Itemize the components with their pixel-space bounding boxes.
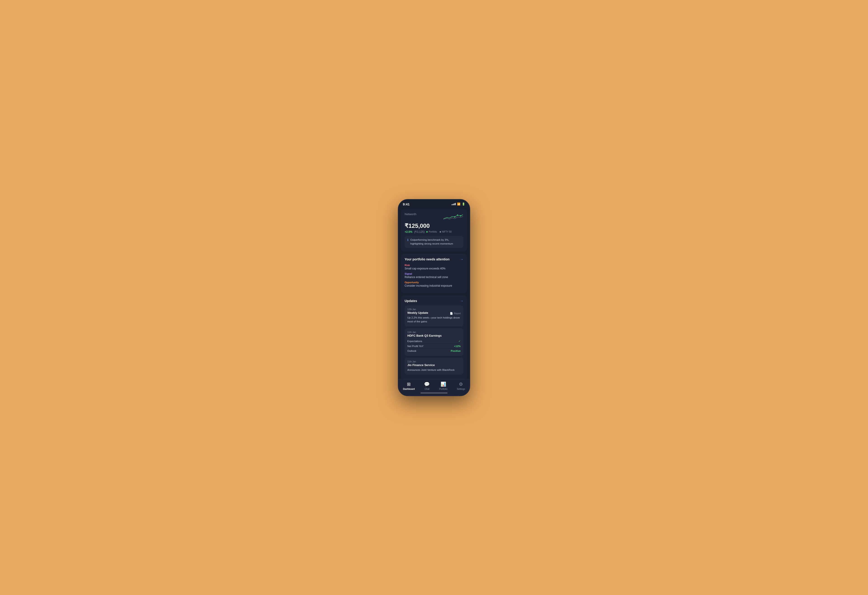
report-label: Report — [454, 312, 461, 315]
networth-card: Networth ₹125,000 +2.5% (₹3,125) Portfol… — [401, 209, 467, 252]
benchmark-text: Outperforming benchmark by 3%, highlight… — [410, 238, 461, 246]
settings-icon: ⚙ — [459, 382, 463, 387]
outlook-row: Outlook Positive — [407, 349, 461, 353]
portfolio-dot — [426, 231, 428, 232]
dashboard-icon: ⊞ — [407, 382, 411, 387]
report-button[interactable]: 📄 Report — [450, 312, 461, 315]
updates-arrow-icon[interactable]: → — [460, 299, 464, 303]
home-indicator — [398, 391, 470, 396]
signal-label: Signal — [404, 272, 464, 275]
status-bar: 9:41 📶 🔋 — [398, 200, 470, 207]
expectations-label: Expectations — [407, 340, 422, 342]
jio-title: Jio Finance Service — [407, 363, 461, 367]
signal-section: Signal Reliance entered technical sell z… — [404, 272, 464, 279]
legend-nifty: NIFTY 50 — [440, 231, 452, 233]
nav-dashboard[interactable]: ⊞ Dashboard — [403, 382, 415, 390]
net-profit-label: Net Profit YoY — [407, 345, 424, 348]
jio-description: Announces Joint Venture with BlackRock — [407, 368, 461, 372]
outlook-value: Positive — [451, 349, 461, 352]
hdfc-date: 11th Jan — [407, 331, 461, 333]
battery-icon: 🔋 — [462, 203, 465, 206]
nav-chat[interactable]: 💬 Chat — [424, 382, 430, 390]
updates-header: Updates → — [404, 299, 464, 303]
updates-card: Updates → 12th Jan Weekly Update 📄 Repor… — [401, 296, 467, 379]
benchmark-info: ℹ Outperforming benchmark by 3%, highlig… — [404, 236, 464, 248]
opportunity-label: Opportunity — [404, 281, 464, 284]
weekly-title: Weekly Update — [407, 311, 428, 314]
status-icons: 📶 🔋 — [452, 203, 465, 206]
settings-label: Settings — [457, 388, 465, 390]
info-icon: ℹ — [407, 238, 409, 241]
weekly-update-item: 12th Jan Weekly Update 📄 Report Up 2.2% … — [404, 305, 464, 326]
risk-label: Risk — [404, 264, 464, 266]
hdfc-title: HDFC Bank Q3 Earnings — [407, 334, 461, 337]
risk-section: Risk Small cap exposure exceeds 40% — [404, 264, 464, 270]
dashboard-label: Dashboard — [403, 388, 415, 390]
wifi-icon: 📶 — [457, 203, 461, 206]
signal-text: Reliance entered technical sell zone — [404, 275, 464, 279]
mini-chart — [443, 212, 464, 222]
networth-title: Networth — [404, 212, 416, 216]
bottom-nav: ⊞ Dashboard 💬 Chat 📊 Portfolio ⚙ Setting… — [398, 379, 470, 391]
weekly-description: Up 2.2% this week—your tech holdings dro… — [407, 316, 461, 324]
opportunity-text: Consider increasing industrial exposure — [404, 284, 464, 287]
document-icon: 📄 — [450, 312, 453, 315]
jio-finance-item: 11th Jan Jio Finance Service Announces J… — [404, 358, 464, 374]
attention-card: Your portfolio needs attention → Risk Sm… — [401, 254, 467, 293]
svg-point-0 — [454, 216, 455, 218]
risk-text: Small cap exposure exceeds 40% — [404, 267, 464, 270]
net-profit-value: +12% — [454, 345, 461, 348]
outlook-label: Outlook — [407, 349, 416, 352]
networth-value: ₹125,000 — [404, 222, 464, 229]
expectations-row: Expectations ✓ — [407, 339, 461, 344]
status-time: 9:41 — [403, 202, 410, 206]
attention-header: Your portfolio needs attention → — [404, 258, 464, 261]
svg-point-1 — [457, 215, 458, 216]
portfolio-icon: 📊 — [441, 382, 446, 387]
updates-title: Updates — [404, 299, 417, 303]
nav-settings[interactable]: ⚙ Settings — [457, 382, 465, 390]
legend-portfolio: Portfolio — [426, 231, 437, 233]
home-bar — [421, 392, 447, 394]
nifty-dot — [440, 231, 441, 232]
svg-point-2 — [460, 215, 461, 216]
weekly-date: 12th Jan — [407, 308, 461, 311]
chat-label: Chat — [425, 388, 429, 390]
change-amount: (₹3,125) — [414, 230, 425, 234]
portfolio-label: Portfolio — [439, 388, 447, 390]
attention-arrow-icon[interactable]: → — [460, 258, 464, 261]
weekly-title-row: Weekly Update 📄 Report — [407, 311, 461, 316]
content-area: Networth ₹125,000 +2.5% (₹3,125) Portfol… — [398, 207, 470, 379]
attention-title: Your portfolio needs attention — [404, 258, 450, 261]
change-percent: +2.5% — [404, 230, 412, 234]
chat-icon: 💬 — [424, 382, 430, 387]
opportunity-section: Opportunity Consider increasing industri… — [404, 281, 464, 287]
hdfc-earnings-item: 11th Jan HDFC Bank Q3 Earnings Expectati… — [404, 328, 464, 356]
jio-date: 11th Jan — [407, 360, 461, 363]
signal-icon — [452, 203, 456, 205]
net-profit-row: Net Profit YoY +12% — [407, 344, 461, 349]
networth-change: +2.5% (₹3,125) Portfolio NIFTY 50 — [404, 230, 464, 234]
nav-portfolio[interactable]: 📊 Portfolio — [439, 382, 447, 390]
phone-frame: 9:41 📶 🔋 Networth — [398, 199, 470, 396]
chart-legend: Portfolio NIFTY 50 — [426, 231, 452, 233]
check-icon: ✓ — [458, 340, 461, 343]
